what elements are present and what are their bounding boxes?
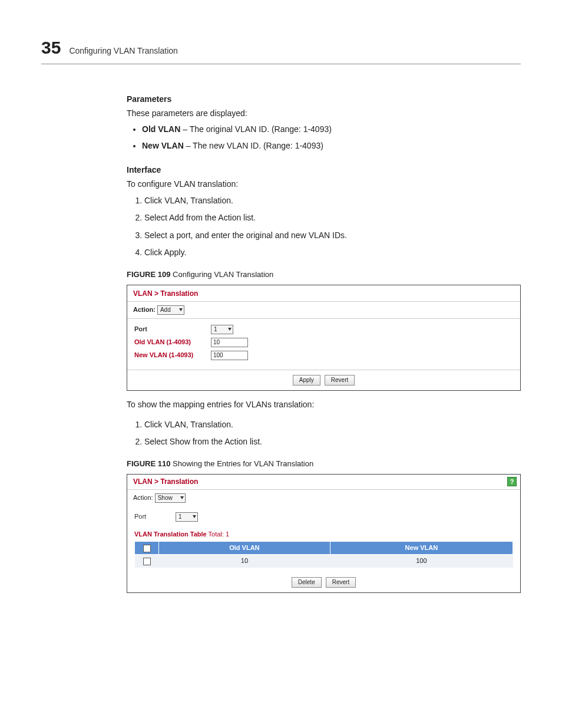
- old-vlan-label: Old VLAN (1-4093): [134, 338, 211, 347]
- steps-list-1: Click VLAN, Translation. Select Add from…: [127, 195, 521, 259]
- revert-button[interactable]: Revert: [326, 577, 356, 588]
- param-item: Old VLAN – The original VLAN ID. (Range:…: [142, 124, 521, 136]
- figure-label: FIGURE 110: [127, 459, 170, 468]
- fig109-button-row: Apply Revert: [127, 370, 520, 390]
- table-header-row: Old VLAN New VLAN: [135, 542, 513, 555]
- total-label: Total:: [207, 531, 226, 538]
- apply-button[interactable]: Apply: [293, 375, 320, 386]
- fig109-action-row: Action: Add: [127, 301, 520, 319]
- interface-heading: Interface: [127, 164, 521, 176]
- between-text: To show the mapping entries for VLANs tr…: [127, 399, 521, 411]
- breadcrumb: VLAN > Translation: [133, 477, 198, 487]
- select-all-header[interactable]: [135, 542, 159, 555]
- table-row: 10 100: [135, 555, 513, 568]
- fig110-action-row: Action: Show: [127, 489, 520, 506]
- content-area: Parameters These parameters are displaye…: [127, 94, 521, 593]
- port-label: Port: [134, 325, 211, 334]
- step-item: Select Show from the Action list.: [144, 436, 521, 448]
- fig110-button-row: Delete Revert: [127, 572, 520, 592]
- figure-title: Showing the Entries for VLAN Translation: [170, 459, 313, 468]
- chapter-title: Configuring VLAN Translation: [69, 45, 177, 57]
- old-vlan-column-header: Old VLAN: [159, 542, 330, 555]
- total-value: 1: [226, 531, 229, 538]
- new-vlan-cell: 100: [330, 555, 513, 568]
- port-select[interactable]: 1: [211, 325, 233, 334]
- step-item: Select Add from the Action list.: [144, 212, 521, 224]
- checkbox-icon[interactable]: [143, 545, 151, 552]
- fig110-header-row: VLAN > Translation ?: [127, 475, 520, 489]
- param-desc: – The new VLAN ID. (Range: 1-4093): [184, 141, 323, 150]
- action-select[interactable]: Add: [157, 305, 184, 315]
- breadcrumb: VLAN > Translation: [133, 289, 198, 298]
- fig110-form: Port 1: [127, 506, 520, 526]
- checkbox-icon[interactable]: [143, 558, 151, 565]
- old-vlan-input[interactable]: 10: [211, 338, 248, 347]
- new-vlan-input[interactable]: 100: [211, 351, 248, 360]
- step-item: Click VLAN, Translation.: [144, 195, 521, 207]
- figure-109: VLAN > Translation Action: Add Port 1 Ol…: [127, 285, 521, 391]
- action-label: Action:: [133, 494, 153, 501]
- table-title: VLAN Translation Table: [134, 531, 207, 538]
- action-select[interactable]: Show: [155, 493, 186, 503]
- step-item: Click Apply.: [144, 247, 521, 259]
- row-checkbox-cell[interactable]: [135, 555, 159, 568]
- revert-button[interactable]: Revert: [325, 375, 355, 386]
- figure-110-caption: FIGURE 110 Showing the Entries for VLAN …: [127, 459, 521, 469]
- port-label: Port: [134, 512, 176, 521]
- figure-label: FIGURE 109: [127, 270, 170, 279]
- steps-list-2: Click VLAN, Translation. Select Show fro…: [127, 419, 521, 448]
- new-vlan-column-header: New VLAN: [330, 542, 513, 555]
- page-header: 35 Configuring VLAN Translation: [41, 35, 521, 64]
- param-desc: – The original VLAN ID. (Range: 1-4093): [180, 124, 332, 134]
- param-term: Old VLAN: [142, 124, 180, 134]
- chapter-number: 35: [41, 35, 61, 60]
- param-term: New VLAN: [142, 141, 184, 150]
- figure-109-caption: FIGURE 109 Configuring VLAN Translation: [127, 269, 521, 280]
- parameters-heading: Parameters: [127, 94, 521, 106]
- step-item: Click VLAN, Translation.: [144, 419, 521, 431]
- new-vlan-label: New VLAN (1-4093): [134, 351, 211, 360]
- fig109-breadcrumb-row: VLAN > Translation: [127, 285, 520, 301]
- parameters-list: Old VLAN – The original VLAN ID. (Range:…: [127, 124, 521, 151]
- figure-110: VLAN > Translation ? Action: Show Port 1…: [127, 474, 521, 593]
- interface-intro: To configure VLAN translation:: [127, 179, 521, 190]
- port-select[interactable]: 1: [176, 512, 198, 522]
- delete-button[interactable]: Delete: [292, 577, 322, 588]
- table-caption: VLAN Translation Table Total: 1: [127, 526, 520, 541]
- old-vlan-cell: 10: [159, 555, 330, 568]
- action-label: Action:: [133, 306, 156, 313]
- parameters-intro: These parameters are displayed:: [127, 108, 521, 120]
- vlan-translation-table: Old VLAN New VLAN 10 100: [134, 541, 513, 568]
- fig109-form: Port 1 Old VLAN (1-4093) 10 New VLAN (1-…: [127, 319, 520, 370]
- param-item: New VLAN – The new VLAN ID. (Range: 1-40…: [142, 140, 521, 152]
- figure-title: Configuring VLAN Translation: [170, 270, 273, 279]
- step-item: Select a port, and enter the original an…: [144, 230, 521, 242]
- help-icon[interactable]: ?: [507, 477, 517, 486]
